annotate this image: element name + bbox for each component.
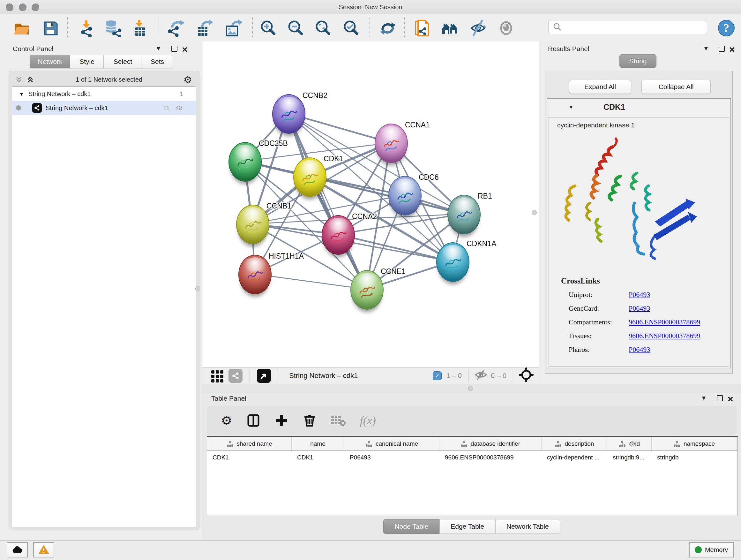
float-panel-icon[interactable] [172,46,178,52]
export-network-icon[interactable] [167,19,185,37]
network-node-CDC6[interactable] [388,176,421,215]
network-node-CDKN1A[interactable] [436,242,469,282]
collapse-all-button[interactable]: Collapse All [642,80,711,94]
help-icon[interactable]: ? [717,19,736,37]
warning-status-button[interactable] [33,542,54,557]
network-node-CCNB1[interactable] [236,205,269,244]
table-cell[interactable]: CDK1 [207,451,292,464]
network-node-CCNB2[interactable] [272,94,306,134]
show-columns-icon[interactable] [246,414,260,428]
close-panel-icon[interactable]: × [729,46,735,53]
zoom-out-icon[interactable] [286,19,305,37]
crosslink-row: Compartments:9606.ENSP00000378699 [569,318,722,326]
grid-view-icon[interactable] [210,368,225,383]
table-column-header[interactable]: database identifier [440,437,542,450]
close-panel-icon[interactable]: × [728,396,733,402]
apply-layout-icon[interactable] [379,19,397,37]
crosslink-link[interactable]: 9606.ENSP00000378699 [629,332,700,340]
node-label-CCNE1: CCNE1 [381,267,406,276]
collapse-all-networks-icon[interactable] [26,75,35,84]
network-share-view-icon[interactable] [228,369,243,383]
crosslink-link[interactable]: 9606.ENSP00000378699 [629,318,700,326]
add-column-icon[interactable] [274,414,288,428]
tree-expand-icon[interactable]: ▼ [19,91,24,97]
tab-network[interactable]: Network [30,55,71,68]
float-panel-icon[interactable] [717,395,723,401]
table-cell[interactable]: 9606.ENSP00000378699 [440,451,542,464]
network-node-CDC25B[interactable] [228,142,262,182]
collapse-panel-icon[interactable]: ▼ [703,45,709,52]
toolbar-separator [252,17,253,37]
table-column-header[interactable]: description [542,437,607,450]
table-column-header[interactable]: namespace [652,437,737,450]
collapse-panel-icon[interactable]: ▼ [155,45,161,52]
search-field[interactable] [548,20,707,34]
tab-string[interactable]: String [619,54,657,68]
left-splitter-handle[interactable] [195,286,200,291]
collapse-protein-icon[interactable]: ▼ [568,104,574,111]
export-table-icon[interactable] [195,19,213,37]
tab-node-table[interactable]: Node Table [383,519,440,534]
tab-sets[interactable]: Sets [142,55,173,68]
import-table-file-icon[interactable] [131,19,149,37]
close-panel-icon[interactable]: × [182,46,188,53]
tab-style[interactable]: Style [70,55,104,68]
memory-button[interactable]: Memory [689,542,734,557]
crosslink-link[interactable]: P06493 [629,291,650,299]
home-icon[interactable] [441,19,459,37]
zoom-in-icon[interactable] [259,19,277,37]
birds-eye-view-icon[interactable] [257,369,271,383]
search-input[interactable] [564,23,707,31]
gear-icon[interactable]: ⚙ [184,74,192,85]
crosslink-link[interactable]: P06493 [629,304,650,313]
table-settings-gear-icon[interactable]: ⚙ [221,413,232,428]
table-column-header[interactable]: canonical name [344,437,440,450]
float-panel-icon[interactable] [719,46,725,52]
network-node-HIST1H1A[interactable] [239,255,272,294]
table-column-header[interactable]: name [292,437,344,450]
network-node-CCNA2[interactable] [322,215,355,255]
network-collection-row[interactable]: ▼ String Network – cdk1 1 [12,87,196,101]
collapse-panel-icon[interactable]: ▼ [701,395,707,401]
selected-checkbox-icon[interactable]: ✓ [433,371,442,380]
tab-edge-table[interactable]: Edge Table [440,519,495,534]
hide-panels-icon[interactable] [469,19,487,37]
network-node-CDK1[interactable] [293,158,327,197]
expand-all-networks-icon[interactable] [15,75,23,84]
network-node-CCNE1[interactable] [350,270,384,310]
protein-name: CDK1 [603,103,625,112]
fit-selected-target-icon[interactable] [519,368,534,384]
tab-select[interactable]: Select [104,55,142,68]
table-cell[interactable]: CDK1 [292,451,344,464]
table-row[interactable]: CDK1CDK1P064939606.ENSP00000378699cyclin… [207,451,738,464]
export-image-icon[interactable] [224,19,242,37]
import-network-file-icon[interactable] [77,19,95,37]
table-cell[interactable]: cyclin-dependent ... [542,451,607,464]
import-string-network-icon[interactable] [413,19,431,37]
table-cell[interactable]: stringdb:9... [607,451,652,464]
bottom-splitter-handle[interactable] [468,386,473,391]
network-row-label: String Network – cdk1 [46,105,108,112]
zoom-fit-icon[interactable] [314,19,332,37]
expand-all-button[interactable]: Expand All [569,80,631,94]
network-view[interactable]: CCNB2CCNA1CDC25BCDK1CDC6RB1CCNB1CCNA2CDK… [202,42,539,367]
protein-thumbnail [234,152,256,174]
table-cell[interactable]: P06493 [344,451,440,464]
network-row[interactable]: String Network – cdk1 11 48 [12,101,196,115]
right-splitter-handle[interactable] [532,210,537,215]
table-column-header[interactable]: shared name [207,437,292,450]
import-network-database-icon[interactable] [103,19,122,37]
table-cell[interactable]: stringdb [652,451,737,464]
delete-column-trash-icon[interactable] [302,414,317,428]
zoom-selected-icon[interactable] [342,19,360,37]
open-session-icon[interactable] [12,19,31,37]
network-tree: ▼ String Network – cdk1 1 String Network… [12,86,196,527]
crosslink-link[interactable]: P06493 [629,346,650,354]
save-session-icon[interactable] [41,19,60,37]
network-nodes-layer: CCNB2CCNA1CDC25BCDK1CDC6RB1CCNB1CCNA2CDK… [202,42,539,367]
table-column-header[interactable]: @id [607,437,652,450]
cloud-status-button[interactable] [7,542,28,557]
network-node-RB1[interactable] [448,195,481,234]
network-node-CCNA1[interactable] [375,124,408,163]
tab-network-table[interactable]: Network Table [495,519,560,534]
